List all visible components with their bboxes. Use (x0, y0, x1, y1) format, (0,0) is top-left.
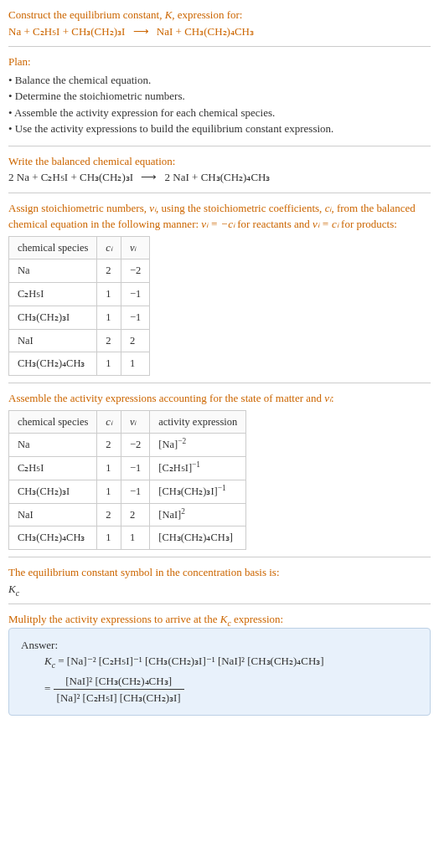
table-row: NaI 2 2 [NaI]2 (9, 503, 246, 526)
col-nui: νᵢ (121, 236, 149, 259)
cell-activity: [Na]−2 (150, 434, 246, 457)
stoich-text: Assign stoichiometric numbers, νᵢ, using… (8, 200, 431, 233)
act-exp: 2 (181, 506, 185, 515)
cell: −1 (121, 306, 149, 329)
cell-activity: [CH₃(CH₂)₄CH₃] (150, 526, 246, 550)
plan-item: Determine the stoichiometric numbers. (8, 88, 431, 105)
assemble-nu: νᵢ (324, 392, 331, 404)
cell: NaI (9, 329, 97, 352)
cell: 2 (121, 329, 149, 352)
balanced-label: Write the balanced chemical equation: (8, 153, 431, 170)
cell: Na (9, 434, 97, 457)
cell: CH₃(CH₂)₄CH₃ (9, 352, 97, 376)
eq2-lhs: 2 Na + C₂H₅I + CH₃(CH₂)₃I (8, 171, 133, 183)
answer-line2: = [NaI]² [CH₃(CH₂)₄CH₃] [Na]² [C₂H₅I] [C… (44, 673, 418, 706)
assign-g: νᵢ = cᵢ (312, 218, 338, 230)
plan-label: Plan: (8, 54, 431, 70)
answer-box: Answer: Kc = [Na]⁻² [C₂H₅I]⁻¹ [CH₃(CH₂)₃… (8, 628, 431, 716)
cell: 2 (121, 503, 149, 526)
multiply-text: Mulitply the activity expressions to arr… (8, 611, 431, 628)
answer-label: Answer: (21, 637, 418, 654)
eq1-rhs: NaI + CH₃(CH₂)₄CH₃ (157, 25, 254, 38)
table-row: CH₃(CH₂)₃I1−1 (9, 306, 150, 329)
col-ci: cᵢ (97, 236, 121, 259)
cell: −1 (121, 283, 149, 306)
table-row: Na2−2 (9, 259, 150, 283)
page-root: Construct the equilibrium constant, K, e… (0, 0, 439, 739)
cell: CH₃(CH₂)₄CH₃ (9, 526, 97, 550)
answer-fraction: [NaI]² [CH₃(CH₂)₄CH₃] [Na]² [C₂H₅I] [CH₃… (54, 673, 184, 706)
act-base: [CH₃(CH₂)₃I] (158, 485, 218, 497)
title-text-a: Construct the equilibrium constant, (8, 8, 165, 21)
col-ci: cᵢ (97, 410, 121, 434)
k-letter: K (44, 655, 52, 667)
kc-symbol: Kc (8, 581, 431, 598)
cell: 1 (121, 352, 149, 376)
assign-b: , using the stoichiometric coefficients, (156, 202, 325, 214)
arrow-icon: ⟶ (133, 23, 149, 40)
table-row: C₂H₅I 1 −1 [C₂H₅I]−1 (9, 457, 246, 480)
assign-f: for reactants and (235, 218, 312, 230)
cell: C₂H₅I (9, 283, 97, 306)
cell: −1 (121, 480, 149, 503)
fraction-denominator: [Na]² [C₂H₅I] [CH₃(CH₂)₃I] (54, 690, 184, 706)
cell: −1 (121, 457, 149, 480)
cell: 2 (97, 259, 121, 283)
cell: 1 (97, 480, 121, 503)
assign-h: for products: (338, 218, 397, 230)
table-stoich: chemical species cᵢ νᵢ Na2−2 C₂H₅I1−1 CH… (8, 236, 150, 377)
assign-a: Assign stoichiometric numbers, (8, 202, 149, 214)
table-row: Na 2 −2 [Na]−2 (9, 434, 246, 457)
act-exp: −2 (178, 437, 186, 445)
col-species: chemical species (9, 410, 97, 434)
table-row: chemical species cᵢ νᵢ (9, 236, 150, 259)
cell: 2 (97, 434, 121, 457)
section-plan: Plan: Balance the chemical equation. Det… (8, 47, 431, 146)
plan-item: Use the activity expressions to build th… (8, 121, 431, 137)
plan-item: Assemble the activity expression for eac… (8, 105, 431, 121)
cell: NaI (9, 503, 97, 526)
col-species: chemical species (9, 236, 97, 259)
kc-label: The equilibrium constant symbol in the c… (8, 564, 431, 581)
assemble-a: Assemble the activity expressions accoun… (8, 392, 324, 404)
mult-b: expression: (231, 613, 283, 625)
plan-list: Balance the chemical equation. Determine… (8, 72, 431, 137)
assemble-b: : (331, 392, 334, 404)
title-line: Construct the equilibrium constant, K, e… (8, 7, 431, 23)
eq2-rhs: 2 NaI + CH₃(CH₂)₄CH₃ (165, 171, 271, 183)
col-nui: νᵢ (121, 410, 149, 434)
table-row: C₂H₅I1−1 (9, 283, 150, 306)
cell: C₂H₅I (9, 457, 97, 480)
table-row: CH₃(CH₂)₃I 1 −1 [CH₃(CH₂)₃I]−1 (9, 480, 246, 503)
answer-line1: Kc = [Na]⁻² [C₂H₅I]⁻¹ [CH₃(CH₂)₃I]⁻¹ [Na… (44, 653, 418, 670)
equals-sign: = (44, 681, 54, 694)
cell: −2 (121, 434, 149, 457)
section-stoich: Assign stoichiometric numbers, νᵢ, using… (8, 193, 431, 384)
table-row: NaI22 (9, 329, 150, 352)
assign-nu: νᵢ (149, 202, 156, 214)
section-balanced: Write the balanced chemical equation: 2 … (8, 146, 431, 193)
act-base: [CH₃(CH₂)₄CH₃] (158, 532, 233, 543)
title-text-b: , expression for: (172, 8, 242, 21)
cell: 2 (97, 329, 121, 352)
equation-original: Na + C₂H₅I + CH₃(CH₂)₃I ⟶ NaI + CH₃(CH₂)… (8, 23, 431, 40)
mult-a: Mulitply the activity expressions to arr… (8, 613, 220, 625)
cell: 1 (97, 352, 121, 376)
arrow-icon: ⟶ (141, 169, 157, 186)
answer-products: = [Na]⁻² [C₂H₅I]⁻¹ [CH₃(CH₂)₃I]⁻¹ [NaI]²… (58, 655, 323, 667)
cell: 1 (121, 526, 149, 550)
section-activity: Assemble the activity expressions accoun… (8, 383, 431, 557)
cell: 1 (97, 526, 121, 550)
act-base: [C₂H₅I] (158, 462, 192, 474)
cell: CH₃(CH₂)₃I (9, 480, 97, 503)
section-kc-symbol: The equilibrium constant symbol in the c… (8, 557, 431, 604)
section-answer: Mulitply the activity expressions to arr… (8, 604, 431, 722)
table-row: chemical species cᵢ νᵢ activity expressi… (9, 410, 246, 434)
act-base: [NaI] (158, 509, 181, 521)
table-activity: chemical species cᵢ νᵢ activity expressi… (8, 410, 246, 551)
cell-activity: [CH₃(CH₂)₃I]−1 (150, 480, 246, 503)
cell: Na (9, 259, 97, 283)
cell: −2 (121, 259, 149, 283)
cell: 1 (97, 283, 121, 306)
c-letter: c (16, 588, 19, 597)
